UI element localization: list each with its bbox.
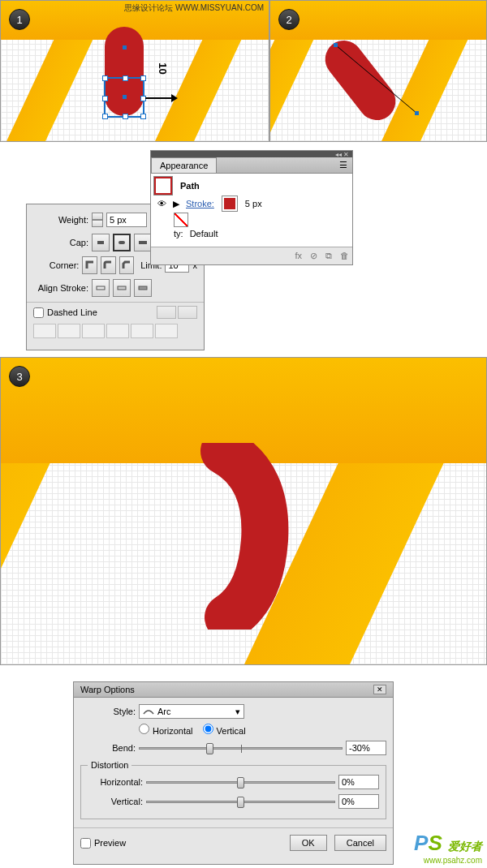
stroke-link[interactable]: Stroke: xyxy=(186,199,214,208)
style-label: Style: xyxy=(80,707,136,716)
canvas-step-1: 10 1 思缘设计论坛 WWW.MISSYUAN.COM xyxy=(0,0,269,142)
dash-3 xyxy=(131,324,153,338)
appearance-tab[interactable]: Appearance xyxy=(151,157,217,173)
canvas-step-2: 2 xyxy=(269,0,487,142)
weight-stepper[interactable] xyxy=(92,213,103,227)
warp-options-dialog: Warp Options ✕ Style: Arc ▾ Horizontal V… xyxy=(73,681,394,865)
svg-line-2 xyxy=(336,45,417,114)
dist-v-value[interactable] xyxy=(338,794,379,809)
gap-3 xyxy=(155,324,178,338)
dash-align-1[interactable] xyxy=(157,306,176,319)
appearance-item-title: Path xyxy=(180,181,200,191)
distortion-legend: Distortion xyxy=(88,760,131,770)
opacity-label: ty: xyxy=(174,229,183,238)
warp-title: Warp Options xyxy=(80,685,135,694)
cap-round[interactable] xyxy=(113,234,131,251)
svg-rect-5 xyxy=(139,241,147,244)
align-outside[interactable] xyxy=(134,279,152,297)
duplicate-icon[interactable]: ⧉ xyxy=(325,251,332,261)
measure-label: 10 xyxy=(157,62,169,74)
step-badge-1: 1 xyxy=(9,9,30,30)
gap-1 xyxy=(58,324,80,338)
visibility-icon[interactable]: 👁 xyxy=(157,199,166,208)
cap-butt[interactable] xyxy=(92,234,110,251)
dash-2 xyxy=(82,324,105,338)
cap-projecting[interactable] xyxy=(134,234,152,251)
style-dropdown[interactable]: Arc ▾ xyxy=(139,704,244,719)
corner-label: Corner: xyxy=(33,260,79,270)
watermark-bottom: PS 爱好者 www.psahz.com xyxy=(414,831,482,865)
horizontal-radio[interactable] xyxy=(139,724,149,734)
trash-icon[interactable]: 🗑 xyxy=(340,251,349,261)
svg-rect-4 xyxy=(119,241,125,244)
expand-icon[interactable]: ▶ xyxy=(173,199,179,209)
bend-value[interactable] xyxy=(346,741,386,755)
cap-label: Cap: xyxy=(33,238,88,247)
svg-marker-1 xyxy=(171,94,178,102)
step-badge-3: 3 xyxy=(9,366,30,387)
corner-bevel[interactable] xyxy=(119,256,135,274)
dashed-label: Dashed Line xyxy=(47,307,97,317)
fx-icon[interactable]: fx xyxy=(295,251,302,261)
align-center[interactable] xyxy=(92,279,110,297)
corner-round[interactable] xyxy=(101,256,116,274)
svg-rect-8 xyxy=(139,286,147,290)
bend-label: Bend: xyxy=(80,743,136,753)
bend-slider[interactable] xyxy=(139,747,343,750)
cancel-button[interactable]: Cancel xyxy=(334,835,386,851)
opacity-value: Default xyxy=(190,229,218,238)
align-inside[interactable] xyxy=(113,279,131,297)
weight-input[interactable] xyxy=(106,213,147,227)
gap-2 xyxy=(106,324,129,338)
dashed-checkbox[interactable] xyxy=(33,307,44,318)
ok-button[interactable]: OK xyxy=(290,835,327,851)
dash-1 xyxy=(33,324,56,338)
fill-none-swatch[interactable] xyxy=(174,213,188,227)
dist-h-slider[interactable] xyxy=(146,781,335,784)
canvas-step-3: 3 xyxy=(0,357,487,665)
dist-h-label: Horizontal: xyxy=(88,777,143,787)
close-icon[interactable]: ✕ xyxy=(373,685,386,694)
svg-rect-7 xyxy=(118,286,126,290)
align-stroke-label: Align Stroke: xyxy=(33,283,88,293)
appearance-panel: ◂◂ ✕ Appearance ☰ Path 👁 ▶ Stroke: 5 px … xyxy=(150,150,353,265)
preview-label: Preview xyxy=(94,838,126,848)
weight-label: Weight: xyxy=(33,215,88,225)
dist-v-slider[interactable] xyxy=(146,801,335,803)
clear-icon[interactable]: ⊘ xyxy=(310,251,317,261)
dist-v-label: Vertical: xyxy=(88,797,143,806)
dash-align-2[interactable] xyxy=(178,306,197,319)
svg-rect-3 xyxy=(97,241,104,244)
stroke-size: 5 px xyxy=(245,199,262,208)
dist-h-value[interactable] xyxy=(338,775,379,789)
preview-checkbox[interactable] xyxy=(80,838,91,849)
step-badge-2: 2 xyxy=(278,9,300,30)
vertical-radio[interactable] xyxy=(203,724,213,734)
svg-rect-6 xyxy=(97,286,105,290)
corner-miter[interactable] xyxy=(82,256,97,274)
stroke-color-swatch[interactable] xyxy=(222,196,237,211)
watermark-top: 思缘设计论坛 WWW.MISSYUAN.COM xyxy=(124,2,264,14)
